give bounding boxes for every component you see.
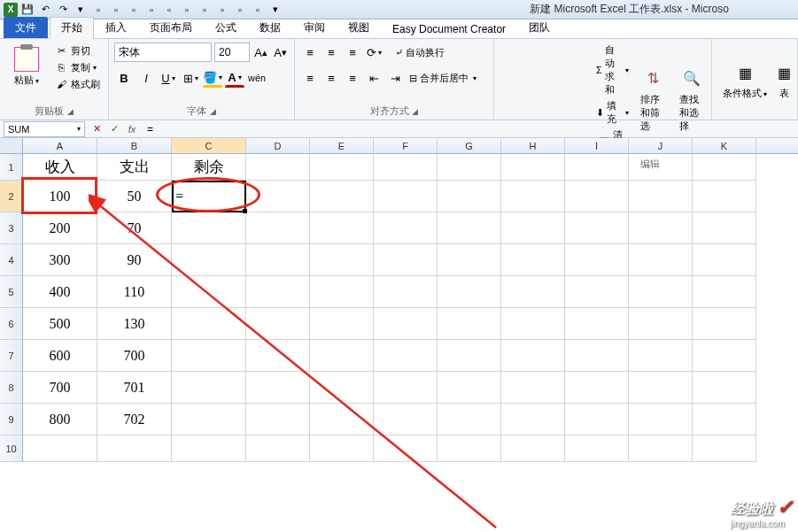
- cell-J6[interactable]: [629, 308, 693, 340]
- cell-K6[interactable]: [693, 308, 756, 340]
- align-left-icon[interactable]: ≡: [300, 68, 320, 88]
- tab-edc[interactable]: Easy Document Creator: [381, 19, 517, 38]
- fill-color-button[interactable]: 🪣: [203, 68, 222, 88]
- cell-J4[interactable]: [629, 244, 693, 276]
- qat-extra8-icon[interactable]: ▫: [214, 2, 230, 18]
- cell-J10[interactable]: [629, 436, 693, 462]
- font-name-input[interactable]: [114, 42, 212, 62]
- col-header-D[interactable]: D: [246, 138, 310, 153]
- cell-D10[interactable]: [246, 436, 310, 462]
- cell-F8[interactable]: [374, 372, 438, 404]
- cell-A7[interactable]: 600: [23, 340, 97, 372]
- col-header-K[interactable]: K: [693, 138, 756, 153]
- row-header-8[interactable]: 8: [0, 372, 23, 404]
- cell-D4[interactable]: [246, 244, 310, 276]
- cell-B10[interactable]: [97, 436, 172, 462]
- cut-button[interactable]: ✂剪切: [51, 42, 103, 58]
- cell-B6[interactable]: 130: [97, 308, 172, 340]
- cell-D3[interactable]: [246, 212, 310, 244]
- cell-G10[interactable]: [438, 436, 501, 462]
- cell-J8[interactable]: [629, 372, 693, 404]
- cell-G2[interactable]: [438, 181, 501, 212]
- col-header-H[interactable]: H: [501, 138, 565, 153]
- col-header-J[interactable]: J: [629, 138, 693, 153]
- row-header-5[interactable]: 5: [0, 276, 23, 308]
- cell-F2[interactable]: [374, 181, 438, 212]
- align-right-icon[interactable]: ≡: [343, 68, 362, 88]
- fx-icon[interactable]: fx: [124, 121, 140, 137]
- cell-I1[interactable]: [565, 154, 629, 181]
- cell-F4[interactable]: [374, 244, 438, 276]
- cancel-formula-icon[interactable]: ✕: [89, 121, 105, 137]
- cell-H8[interactable]: [501, 372, 565, 404]
- cell-I5[interactable]: [565, 276, 629, 308]
- cell-G4[interactable]: [438, 244, 501, 276]
- qat-extra9-icon[interactable]: ▫: [232, 2, 248, 18]
- cell-B2[interactable]: 50: [97, 181, 172, 212]
- cell-J1[interactable]: [629, 154, 693, 181]
- cell-A2[interactable]: 100: [23, 181, 97, 212]
- qat-extra11-icon[interactable]: ▾: [267, 2, 283, 18]
- cell-K7[interactable]: [693, 340, 756, 372]
- row-header-3[interactable]: 3: [0, 212, 23, 244]
- row-header-10[interactable]: 10: [0, 436, 23, 462]
- align-middle-icon[interactable]: ≡: [322, 42, 341, 62]
- grow-font-icon[interactable]: A▴: [252, 42, 269, 62]
- col-header-A[interactable]: A: [23, 138, 97, 153]
- cell-F7[interactable]: [374, 340, 438, 372]
- name-box[interactable]: SUM▾: [4, 121, 85, 137]
- qat-extra2-icon[interactable]: ▫: [108, 2, 124, 18]
- merge-center-button[interactable]: ⊟合并后居中: [407, 71, 479, 86]
- row-header-4[interactable]: 4: [0, 244, 23, 276]
- cell-H3[interactable]: [501, 212, 565, 244]
- cell-I10[interactable]: [565, 436, 629, 462]
- cell-A5[interactable]: 400: [23, 276, 97, 308]
- row-header-9[interactable]: 9: [0, 404, 23, 436]
- qat-extra4-icon[interactable]: ▫: [143, 2, 159, 18]
- cell-K9[interactable]: [693, 404, 756, 436]
- autosum-button[interactable]: Σ自动求和▾: [593, 42, 631, 97]
- tab-formulas[interactable]: 公式: [204, 17, 248, 38]
- cell-E1[interactable]: [310, 154, 374, 181]
- cell-B7[interactable]: 700: [97, 340, 172, 372]
- cell-K5[interactable]: [693, 276, 756, 308]
- phonetic-button[interactable]: wén: [247, 68, 267, 88]
- undo-icon[interactable]: ↶: [37, 2, 53, 18]
- cell-E3[interactable]: [310, 212, 374, 244]
- indent-decrease-icon[interactable]: ⇤: [364, 68, 384, 88]
- save-icon[interactable]: 💾: [19, 2, 35, 18]
- cell-C3[interactable]: [172, 212, 246, 244]
- cell-I8[interactable]: [565, 372, 629, 404]
- tab-layout[interactable]: 页面布局: [138, 17, 204, 38]
- cell-J7[interactable]: [629, 340, 693, 372]
- cell-G9[interactable]: [438, 404, 501, 436]
- cell-K4[interactable]: [693, 244, 756, 276]
- cell-I9[interactable]: [565, 404, 629, 436]
- paste-button[interactable]: 粘贴: [9, 44, 44, 89]
- cell-I7[interactable]: [565, 340, 629, 372]
- cell-K2[interactable]: [693, 181, 756, 212]
- cell-H5[interactable]: [501, 276, 565, 308]
- col-header-F[interactable]: F: [374, 138, 438, 153]
- col-header-E[interactable]: E: [310, 138, 374, 153]
- cell-D5[interactable]: [246, 276, 310, 308]
- cell-A1[interactable]: 收入: [23, 154, 97, 181]
- row-header-2[interactable]: 2: [0, 181, 23, 212]
- font-color-button[interactable]: A: [225, 68, 244, 88]
- cell-C2[interactable]: =: [172, 181, 246, 212]
- bold-button[interactable]: B: [114, 68, 134, 88]
- cell-H4[interactable]: [501, 244, 565, 276]
- cell-A9[interactable]: 800: [23, 404, 97, 436]
- qat-extra10-icon[interactable]: ▫: [250, 2, 266, 18]
- align-center-icon[interactable]: ≡: [322, 68, 341, 88]
- cell-F3[interactable]: [374, 212, 438, 244]
- tab-team[interactable]: 团队: [517, 17, 562, 38]
- cell-H1[interactable]: [501, 154, 565, 181]
- cell-A8[interactable]: 700: [23, 372, 97, 404]
- cell-E6[interactable]: [310, 308, 374, 340]
- cell-F9[interactable]: [374, 404, 438, 436]
- qat-extra3-icon[interactable]: ▫: [126, 2, 142, 18]
- cell-B3[interactable]: 70: [97, 212, 172, 244]
- cell-B5[interactable]: 110: [97, 276, 172, 308]
- col-header-I[interactable]: I: [565, 138, 629, 153]
